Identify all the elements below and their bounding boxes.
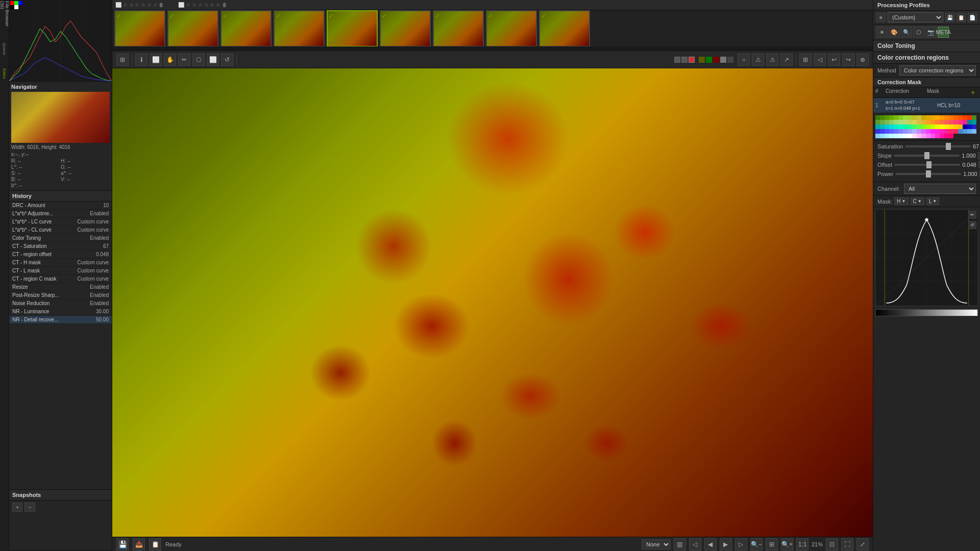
color-cell[interactable] — [917, 120, 921, 124]
color-cell[interactable] — [944, 134, 949, 138]
mask-l-btn[interactable]: L ▼ — [926, 197, 939, 205]
color-cell[interactable] — [958, 129, 963, 134]
tool-before-after[interactable]: ○ — [738, 54, 750, 66]
color-cell[interactable] — [967, 120, 972, 124]
color-cell[interactable] — [917, 129, 921, 134]
panel-icon-raw[interactable]: 📷 — [925, 27, 937, 38]
pp-copy-btn[interactable]: 📋 — [957, 13, 966, 22]
color-cell[interactable] — [912, 129, 917, 134]
bottom-filter-select[interactable]: None — [642, 539, 671, 549]
filmstrip-item[interactable]: ✓ — [433, 10, 484, 46]
color-cell[interactable] — [898, 115, 903, 120]
color-cell[interactable] — [958, 115, 963, 120]
color-cell[interactable] — [926, 129, 930, 134]
color-cell[interactable] — [926, 120, 930, 124]
panel-icon-color[interactable]: 🎨 — [889, 27, 900, 38]
bottom-send-btn[interactable]: 📤 — [133, 538, 145, 550]
filmstrip-scrollbar[interactable] — [112, 46, 873, 51]
color-cell[interactable] — [903, 124, 908, 129]
pp-save-btn[interactable]: 💾 — [945, 13, 954, 22]
color-cell[interactable] — [930, 115, 935, 120]
history-item[interactable]: NR - Luminance30.00 — [9, 308, 112, 316]
tool-zoom-fit[interactable]: ⊞ — [799, 54, 812, 66]
color-cell[interactable] — [894, 129, 898, 134]
color-cell[interactable] — [908, 120, 912, 124]
color-cell[interactable] — [875, 124, 880, 129]
bottom-zoom-fit-btn[interactable]: ⊞ — [766, 538, 778, 550]
panel-icon-exposure[interactable]: ☀ — [876, 27, 888, 38]
tool-hand[interactable]: ✋ — [164, 54, 176, 66]
color-cell[interactable] — [949, 115, 953, 120]
filmstrip-item[interactable]: ✓ — [220, 10, 272, 46]
color-cell[interactable] — [917, 124, 921, 129]
tool-info[interactable]: ℹ — [135, 54, 148, 66]
history-item[interactable]: Noise ReductionEnabled — [9, 299, 112, 308]
tool-crop[interactable]: ⬜ — [207, 54, 219, 66]
filmstrip-item[interactable]: ✓ — [380, 10, 431, 46]
history-item[interactable]: CT - region C maskCustom curve — [9, 275, 112, 283]
tool-crop-info[interactable]: ⬜ — [150, 54, 162, 66]
slope-slider[interactable] — [894, 155, 960, 157]
color-cell[interactable] — [875, 134, 880, 138]
bottom-save-btn[interactable]: 💾 — [116, 538, 129, 550]
color-ind-1[interactable] — [699, 57, 705, 63]
color-cell[interactable] — [949, 129, 953, 134]
panel-icon-meta[interactable]: META — [938, 27, 949, 38]
color-cell[interactable] — [921, 120, 926, 124]
color-cell[interactable] — [908, 115, 912, 120]
view-btn-2[interactable] — [681, 57, 688, 63]
color-cell[interactable] — [953, 129, 958, 134]
bottom-prev-btn[interactable]: ◀ — [704, 538, 717, 550]
color-cell[interactable] — [953, 115, 958, 120]
bottom-zoom-in-btn[interactable]: 🔍+ — [781, 538, 793, 550]
color-cell[interactable] — [912, 134, 917, 138]
tool-warning-1[interactable]: ⚠ — [752, 54, 764, 66]
color-cell[interactable] — [898, 129, 903, 134]
bottom-fit-btn[interactable]: ⊡ — [826, 538, 838, 550]
color-cell[interactable] — [963, 120, 967, 124]
tool-redo[interactable]: ↪ — [842, 54, 854, 66]
color-cell[interactable] — [917, 134, 921, 138]
color-cell[interactable] — [926, 134, 930, 138]
color-cell[interactable] — [930, 124, 935, 129]
history-item[interactable]: CT - Saturation67 — [9, 242, 112, 251]
color-cell[interactable] — [917, 115, 921, 120]
color-cell[interactable] — [921, 134, 926, 138]
color-cell[interactable] — [912, 115, 917, 120]
color-cell[interactable] — [912, 124, 917, 129]
color-cell[interactable] — [940, 124, 944, 129]
color-cell[interactable] — [949, 124, 953, 129]
history-item[interactable]: NR - Detail recove...50.00 — [9, 316, 112, 324]
history-item[interactable]: L*a*b* - LC curveCustom curve — [9, 218, 112, 226]
curve-edit-btn[interactable]: ✏ — [968, 211, 976, 219]
color-cell[interactable] — [885, 124, 889, 129]
bottom-next-btn[interactable]: ▶ — [720, 538, 732, 550]
bottom-nav-btn[interactable]: ◁ — [689, 538, 701, 550]
color-cell[interactable] — [912, 120, 917, 124]
color-cell[interactable] — [875, 129, 880, 134]
tool-eyedropper[interactable]: ✏ — [178, 54, 190, 66]
color-cell[interactable] — [940, 115, 944, 120]
color-cell[interactable] — [972, 115, 976, 120]
color-cell[interactable] — [885, 115, 889, 120]
color-cell[interactable] — [953, 120, 958, 124]
color-cell[interactable] — [875, 115, 880, 120]
color-cell[interactable] — [875, 120, 880, 124]
color-cell[interactable] — [903, 129, 908, 134]
bottom-queue-btn[interactable]: 📋 — [149, 538, 161, 550]
filmstrip-item[interactable]: ✓ — [539, 10, 590, 46]
color-cell[interactable] — [935, 134, 940, 138]
panel-icon-detail[interactable]: 🔍 — [901, 27, 912, 38]
bottom-zoom-out-btn[interactable]: 🔍− — [750, 538, 763, 550]
offset-slider[interactable] — [894, 164, 960, 166]
color-cell[interactable] — [967, 115, 972, 120]
history-item[interactable]: ResizeEnabled — [9, 283, 112, 291]
bottom-zoom-100-btn[interactable]: 1:1 — [796, 538, 808, 550]
color-cell[interactable] — [908, 129, 912, 134]
color-cell[interactable] — [908, 124, 912, 129]
color-cell[interactable] — [963, 115, 967, 120]
color-cell[interactable] — [972, 120, 976, 124]
color-cell[interactable] — [967, 124, 972, 129]
panel-icon-transform[interactable]: ⬡ — [913, 27, 924, 38]
processing-profile-select[interactable]: (Custom) — [888, 12, 943, 22]
